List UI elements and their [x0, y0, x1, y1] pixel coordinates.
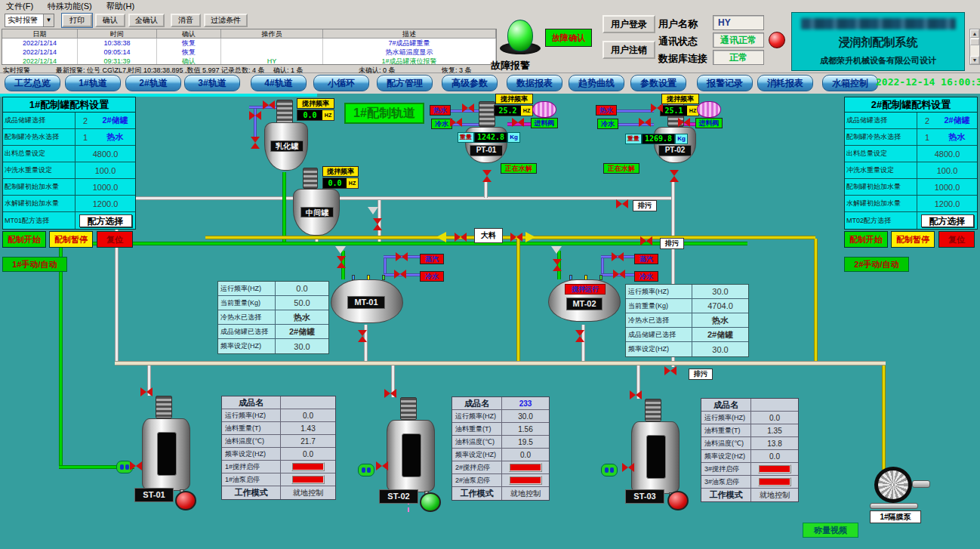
menu-help[interactable]: 帮助(H) [100, 0, 140, 13]
batch1-manual-auto-button[interactable]: 1#手动/自动 [2, 257, 67, 272]
valve-icon[interactable] [130, 461, 142, 471]
batch2-start-button[interactable]: 配制开始 [844, 231, 888, 248]
scroll-up-icon[interactable]: ▲ [970, 29, 979, 38]
valve-icon[interactable] [510, 232, 522, 242]
drain-valve-icon[interactable] [664, 365, 676, 376]
st2-motor-icon [400, 397, 417, 420]
tab-advanced-params[interactable]: 高级参数 [442, 75, 498, 91]
user-logout-button[interactable]: 用户注销 [602, 41, 655, 59]
recipe-select-button[interactable]: 配方选择 [79, 214, 132, 227]
menu-file[interactable]: 文件(F) [0, 0, 39, 13]
valve-icon[interactable] [250, 137, 260, 149]
st3-pump-toggle[interactable] [758, 477, 791, 486]
valve-icon[interactable] [613, 269, 625, 279]
drain-valve-icon[interactable] [616, 199, 628, 209]
tab-trend-curve[interactable]: 趋势曲线 [569, 75, 624, 91]
pump-toggle-label: 3#油泵启停 [701, 476, 751, 488]
alarm-row[interactable]: 2022/12/14 10:38:38 恢复 7#成品罐重量 [2, 39, 496, 48]
batch1-start-button[interactable]: 配制开始 [2, 231, 46, 248]
valve-icon[interactable] [263, 100, 275, 110]
valve-icon[interactable] [455, 232, 467, 242]
st3-pump-icon[interactable] [667, 491, 689, 510]
st3-mixer-toggle[interactable] [758, 464, 791, 473]
menu-special[interactable]: 特殊功能(S) [42, 0, 98, 13]
valve-icon[interactable] [482, 170, 492, 182]
st1-pump-icon[interactable] [175, 491, 196, 510]
valve-icon[interactable] [384, 388, 396, 399]
st3-motor-icon [645, 399, 661, 421]
valve-icon[interactable] [622, 462, 634, 473]
valve-icon[interactable] [678, 117, 690, 128]
valve-icon[interactable] [575, 330, 585, 342]
filter-button[interactable]: 过滤条件 [204, 14, 248, 27]
diaphragm-pump-icon[interactable] [874, 467, 912, 503]
valve-icon[interactable] [357, 330, 368, 342]
tab-watertank-control[interactable]: 水箱控制 [822, 75, 878, 91]
batch2-reset-button[interactable]: 复位 [938, 231, 975, 248]
tab-track-4[interactable]: 4#轨道 [251, 75, 307, 91]
st1-mixer-toggle[interactable] [291, 462, 325, 471]
tab-track-2[interactable]: 2#轨道 [125, 75, 181, 91]
alarm-mode-select[interactable]: 实时报警 ▼ [5, 14, 54, 27]
tab-small-loop[interactable]: 小循环 [313, 75, 369, 91]
valve-icon[interactable] [552, 259, 562, 271]
valve-icon[interactable] [372, 218, 383, 230]
batch1-reset-button[interactable]: 复位 [97, 231, 133, 248]
db-status-label: 数据库连接 [658, 52, 707, 66]
drain-valve-icon[interactable] [640, 236, 652, 246]
user-login-button[interactable]: 用户登录 [602, 15, 655, 33]
scroll-thumb[interactable] [970, 39, 979, 45]
tab-track-3[interactable]: 3#轨道 [184, 75, 240, 91]
row-value: 30.0 [692, 287, 748, 296]
pipe-hotwater-pt2 [616, 109, 654, 113]
batch2-manual-auto-button[interactable]: 2#手动/自动 [844, 257, 909, 272]
valve-icon[interactable] [512, 117, 524, 128]
ack-all-button[interactable]: 全确认 [128, 14, 165, 27]
batch1-pause-button[interactable]: 配制暂停 [49, 231, 93, 248]
row-value: 2#储罐 [276, 326, 328, 338]
row-value: 1.43 [281, 424, 335, 433]
st1-info-table: 成品名 运行频率(HZ)0.0 油料重量(T)1.43 油料温度(℃)21.7 … [221, 396, 336, 500]
valve-icon[interactable] [450, 117, 462, 128]
fault-ack-button[interactable]: 故障确认 [545, 29, 592, 47]
row-label: 当前重量(Kg) [626, 299, 692, 313]
valve-icon[interactable] [651, 103, 663, 113]
valve-icon[interactable] [630, 390, 642, 400]
valve-icon[interactable] [249, 110, 261, 121]
st2-pump-icon[interactable] [420, 492, 441, 512]
st2-pump-toggle[interactable] [509, 476, 542, 485]
valve-icon[interactable] [462, 103, 474, 113]
valve-icon[interactable] [396, 251, 408, 262]
valve-icon[interactable] [612, 251, 624, 262]
print-button[interactable]: 打印 [62, 14, 92, 27]
st1-pump-toggle[interactable] [291, 475, 325, 484]
nozzle-icon [382, 275, 385, 280]
valve-icon[interactable] [140, 387, 153, 397]
tab-process-overview[interactable]: 工艺总览 [5, 75, 60, 91]
valve-icon[interactable] [376, 461, 388, 471]
tab-consumption-report[interactable]: 消耗报表 [757, 75, 813, 91]
valve-icon[interactable] [639, 117, 651, 128]
chevron-down-icon[interactable]: ▼ [43, 14, 54, 26]
tab-track-1[interactable]: 1#轨道 [65, 75, 121, 91]
st2-mixer-toggle[interactable] [509, 463, 542, 472]
ack-button[interactable]: 确认 [95, 14, 125, 27]
recipe-label: MT01配方选择 [3, 212, 76, 229]
alarm-row[interactable]: 2022/12/14 09:05:14 恢复 热水箱温度显示 [2, 48, 496, 57]
valve-icon[interactable] [394, 269, 406, 279]
scroll-down-icon[interactable]: ▼ [970, 56, 979, 64]
valve-icon[interactable] [669, 170, 680, 182]
tab-recipe-mgmt[interactable]: 配方管理 [377, 75, 433, 91]
tab-param-settings[interactable]: 参数设置 [630, 75, 686, 91]
mute-button[interactable]: 消音 [171, 14, 201, 27]
alarm-row[interactable]: 2022/12/14 09:31:39 确认 HY 1#成品罐液位报警 [2, 57, 496, 65]
batch2-pause-button[interactable]: 配制暂停 [891, 231, 935, 248]
alarm-scrollbar[interactable]: ▲ ▼ [969, 29, 980, 65]
recipe-select-button[interactable]: 配方选择 [921, 214, 974, 227]
top-chrome: 文件(F) 特殊功能(S) 帮助(H) 实时报警 ▼ 打印 确认 全确认 消音 … [0, 0, 980, 73]
tab-alarm-record[interactable]: 报警记录 [697, 75, 753, 91]
tab-data-report[interactable]: 数据报表 [507, 75, 562, 91]
cell-ack: 恢复 [157, 39, 221, 48]
weigh-video-button[interactable]: 称量视频 [803, 523, 858, 538]
valve-icon[interactable] [336, 256, 347, 268]
